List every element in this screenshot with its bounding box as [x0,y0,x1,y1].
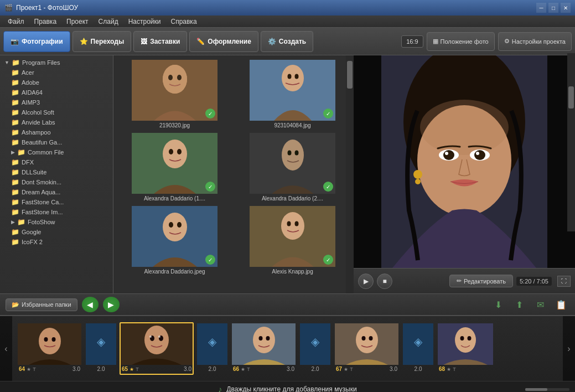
tree-item-dream-aqua[interactable]: 📁 Dream Aqua... [0,187,113,197]
menu-file[interactable]: Файл [3,17,29,27]
film-num-64: 64 [19,366,25,372]
tree-item-ashampoo[interactable]: 📁 Ashampoo [0,127,113,137]
tree-item-common-file[interactable]: ▶ 📁 Common File [0,147,113,157]
tree-item-beautifun[interactable]: 📁 Beautifun Ga... [0,137,113,147]
preview-image [354,55,575,268]
film-duration-66: 3.0 [287,366,294,372]
film-item-64[interactable]: 64 ★ T 3.0 [17,322,82,375]
photo-position-button[interactable]: ▦ Положение фото [427,32,495,51]
photo-filename-2: 923104084.jpg [274,122,310,128]
menu-help[interactable]: Справка [166,17,201,27]
tree-item-dfx[interactable]: 📁 DFX [0,157,113,167]
tab-design[interactable]: ✏️ Оформление [189,31,258,52]
email-button[interactable]: ✉ [532,297,548,312]
svg-point-69 [455,327,476,353]
photo-filename-3: Alexandra Daddario (1.... [144,195,205,202]
photo-item-5[interactable]: ✓ Alexandra Daddario.jpeg [118,206,231,275]
minimize-button[interactable]: ─ [536,3,546,13]
menu-edit[interactable]: Правка [30,17,61,27]
menu-settings[interactable]: Настройки [124,17,165,27]
tree-item-faststone-capture[interactable]: 📁 FastStone Ca... [0,197,113,207]
tree-item-dllsuite[interactable]: 📁 DLLSuite [0,167,113,177]
film-transition-2[interactable]: ◈ 2.0 [196,322,229,375]
tree-item-acer[interactable]: 📁 Acer [0,68,113,78]
tree-item-program-files[interactable]: ▼ 📁 Program Files [0,58,113,68]
svg-point-8 [295,74,299,79]
music-text: Дважды кликните для добавления музыки [226,385,356,393]
menu-slide[interactable]: Слайд [94,17,123,27]
photo-item-3[interactable]: ✓ Alexandra Daddario (1.... [118,133,231,202]
tab-transitions[interactable]: ⭐ Переходы [72,31,132,52]
design-icon: ✏️ [196,38,205,45]
photo-item-1[interactable]: ✓ 2190320.jpg [118,60,231,128]
favorites-button[interactable]: 📂 Избранные папки [6,298,77,311]
svg-point-44 [52,337,56,342]
film-item-65[interactable]: 65 ★ T 3.0 [120,322,194,375]
stop-button[interactable]: ■ [377,274,392,289]
tree-item-icofx[interactable]: 📁 IcoFX 2 [0,237,113,247]
svg-point-71 [468,336,472,341]
tree-item-google[interactable]: 📁 Google [0,227,113,237]
app-icon: 🎬 [4,4,13,12]
filmstrip-next[interactable]: › [563,316,575,381]
next-button[interactable]: ▶ [103,297,120,312]
svg-point-65 [369,336,373,341]
svg-point-42 [39,328,61,354]
tab-screensavers[interactable]: 🖼 Заставки [133,31,187,52]
filmstrip-prev[interactable]: ‹ [0,316,12,381]
svg-point-70 [460,336,464,341]
tree-item-aida64[interactable]: 📁 AIDA64 [0,87,113,97]
svg-point-64 [362,336,366,341]
tree-item-faststone-image[interactable]: 📁 FastStone Im... [0,207,113,217]
fullscreen-button[interactable]: ⛶ [557,276,571,287]
svg-text:◈: ◈ [97,336,106,348]
tree-item-anvide[interactable]: 📁 Anvide Labs [0,117,113,127]
window-title: Проект1 - ФотоШОУ [16,4,78,12]
photo-item-6[interactable]: ✓ Alexis Knapp.jpg [236,206,349,275]
film-transition-3[interactable]: ◈ 2.0 [299,322,331,375]
tab-create[interactable]: ⚙️ Создать [261,31,313,52]
filmstrip: ‹ 64 ★ T 3.0 ◈ [0,316,575,381]
film-num-68: 68 [439,366,445,372]
svg-point-24 [295,221,299,226]
tree-item-dont-smoking[interactable]: 📁 Dont Smokin... [0,177,113,187]
tree-item-adobe[interactable]: 📁 Adobe [0,78,113,87]
play-button[interactable]: ▶ [358,274,374,289]
svg-point-32 [420,100,509,155]
film-duration-65: 3.0 [184,366,191,372]
photo-item-4[interactable]: ✓ Alexandra Daddario (2.... [236,133,349,202]
close-button[interactable]: ✕ [561,3,571,13]
film-duration-64: 3.0 [72,366,80,372]
film-transition-1[interactable]: ◈ 2.0 [85,322,117,375]
tree-item-aimp3[interactable]: 📁 AIMP3 [0,97,113,107]
copy-button[interactable]: 📋 [553,297,569,312]
photo-grid-inner[interactable]: ✓ 2190320.jpg ✓ 923104084.jpg [113,55,354,293]
tab-photos[interactable]: 📷 Фотографии [3,31,70,52]
menu-project[interactable]: Проект [62,17,93,27]
file-tree-content[interactable]: ▼ 📁 Program Files 📁 Acer 📁 Adobe 📁 AIDA6… [0,55,113,293]
film-item-67[interactable]: 67 ★ T 3.0 [334,322,400,375]
music-bar[interactable]: ♪ Дважды кликните для добавления музыки [0,381,575,392]
film-item-66[interactable]: 66 ★ T 3.0 [231,322,297,375]
upload-button[interactable]: ⬆ [511,297,527,312]
maximize-button[interactable]: □ [548,3,558,13]
prev-button[interactable]: ◀ [82,297,99,312]
download-button[interactable]: ⬇ [490,297,506,312]
edit-button[interactable]: ✏ Редактировать [449,275,513,287]
svg-point-22 [281,212,304,240]
photo-item-2[interactable]: ✓ 923104084.jpg [236,60,349,128]
tree-item-fotoshow[interactable]: ▶ 📁 FotoShow [0,217,113,227]
create-icon: ⚙️ [268,38,276,45]
menu-bar: Файл Правка Проект Слайд Настройки Справ… [0,16,575,28]
film-item-68[interactable]: 68 ★ T [437,322,494,375]
svg-point-12 [177,149,182,154]
tree-item-alcohol-soft[interactable]: 📁 Alcohol Soft [0,107,113,117]
film-star-68: ★ [447,367,451,372]
preview-controls: ▶ ■ ✏ Редактировать 5:20 / 7:05 ⛶ [354,268,575,293]
svg-point-58 [259,336,263,341]
film-transition-4[interactable]: ◈ 2.0 [402,322,434,375]
film-duration-67: 3.0 [390,366,397,372]
pencil-icon: ✏ [457,277,462,285]
photo-filename-6: Alexis Knapp.jpg [272,269,313,275]
project-settings-button[interactable]: ⚙ Настройки проекта [498,32,572,51]
